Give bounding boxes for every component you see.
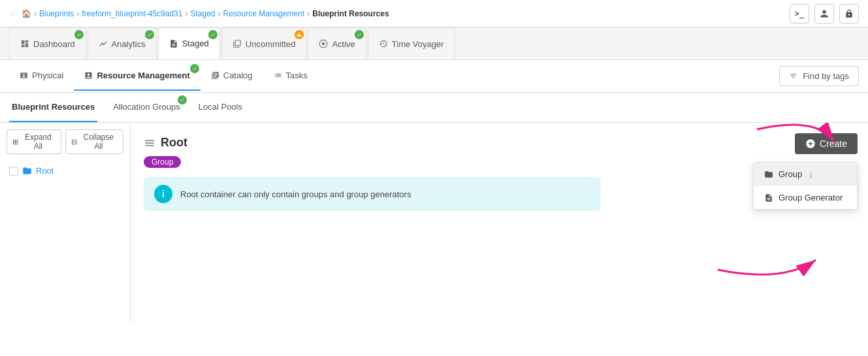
breadcrumb-blueprints[interactable]: Blueprints bbox=[39, 9, 74, 18]
main-panel: Root Group i Root container can only con… bbox=[131, 123, 868, 322]
create-button-label: Create bbox=[820, 138, 847, 149]
tab-badge-uncommitted bbox=[295, 30, 304, 39]
sub-nav-badge-resource bbox=[190, 64, 199, 73]
tab-allocation-groups[interactable]: Allocation Groups bbox=[110, 93, 183, 122]
content-area: ⊞ Expand All ⊟ Collapse All Root Root Gr… bbox=[0, 123, 868, 322]
create-group-generator-item[interactable]: Group Generator bbox=[754, 186, 857, 209]
info-icon: i bbox=[154, 185, 172, 203]
sub-nav-resource-management-label: Resource Management bbox=[97, 71, 189, 80]
main-tabs: Dashboard Analytics Staged Uncommitted A… bbox=[0, 27, 868, 60]
tab-blueprint-resources[interactable]: Blueprint Resources bbox=[9, 93, 97, 122]
tab-badge-dashboard bbox=[74, 30, 84, 39]
tabs-bar: Blueprint Resources Allocation Groups Lo… bbox=[0, 93, 868, 123]
tab-dashboard-label: Dashboard bbox=[33, 39, 75, 49]
breadcrumb-current: Blueprint Resources bbox=[312, 9, 389, 18]
tab-active-label: Active bbox=[332, 39, 355, 49]
info-message: Root container can only contain groups a… bbox=[180, 189, 411, 199]
terminal-button[interactable]: >_ bbox=[790, 4, 809, 24]
sub-nav-tasks[interactable]: Tasks bbox=[263, 61, 318, 91]
tab-badge-active bbox=[355, 30, 364, 39]
arrow-annotation-2 bbox=[705, 231, 868, 283]
create-button[interactable]: Create bbox=[795, 133, 858, 154]
sub-nav-physical[interactable]: Physical bbox=[9, 61, 74, 91]
home-icon[interactable]: 🏠 bbox=[22, 9, 31, 18]
tab-local-pools[interactable]: Local Pools bbox=[196, 93, 245, 122]
tab-uncommitted[interactable]: Uncommitted bbox=[221, 27, 307, 59]
top-bar: ☆ 🏠 › Blueprints › freeform_blueprint-45… bbox=[0, 0, 868, 27]
svg-point-1 bbox=[322, 42, 325, 46]
topbar-actions: >_ bbox=[790, 4, 859, 24]
sub-nav-resource-management[interactable]: Resource Management bbox=[74, 61, 200, 91]
breadcrumb-resource-mgmt[interactable]: Resource Management bbox=[223, 9, 305, 18]
find-tags-label: Find by tags bbox=[803, 71, 849, 81]
tab-staged-label: Staged bbox=[182, 39, 209, 48]
resource-title-text: Root bbox=[161, 136, 187, 150]
user-button[interactable] bbox=[814, 4, 834, 24]
sub-nav: Physical Resource Management Catalog Tas… bbox=[0, 60, 868, 93]
sidebar-root-item[interactable]: Root bbox=[7, 162, 123, 180]
sub-nav-catalog-label: Catalog bbox=[223, 71, 253, 80]
create-dropdown: Group | Group Generator bbox=[753, 162, 858, 210]
tab-analytics-label: Analytics bbox=[112, 39, 146, 49]
resource-header: Root bbox=[144, 136, 855, 150]
tab-badge-analytics bbox=[145, 30, 154, 39]
create-area: Create Group | Group Generator bbox=[795, 133, 858, 154]
lock-button[interactable] bbox=[839, 4, 859, 24]
tab-dashboard[interactable]: Dashboard bbox=[9, 27, 86, 59]
tab-analytics[interactable]: Analytics bbox=[88, 27, 157, 59]
sub-nav-tasks-label: Tasks bbox=[286, 71, 308, 80]
sub-nav-physical-label: Physical bbox=[32, 71, 63, 80]
sidebar: ⊞ Expand All ⊟ Collapse All Root bbox=[0, 123, 131, 322]
collapse-all-button[interactable]: ⊟ Collapse All bbox=[65, 129, 123, 154]
tab-active[interactable]: Active bbox=[308, 27, 366, 59]
tab-time-voyager-label: Time Voyager bbox=[392, 39, 444, 49]
tab-badge-staged bbox=[208, 30, 217, 39]
breadcrumb-blueprint-id[interactable]: freeform_blueprint-45c9ad31 bbox=[82, 9, 182, 18]
create-group-label: Group bbox=[779, 169, 802, 179]
group-badge: Group bbox=[144, 156, 181, 168]
tab-time-voyager[interactable]: Time Voyager bbox=[368, 27, 455, 59]
breadcrumb-staged[interactable]: Staged bbox=[190, 9, 215, 18]
resource-title: Root bbox=[144, 136, 187, 150]
tab-staged[interactable]: Staged bbox=[158, 27, 220, 59]
tab-uncommitted-label: Uncommitted bbox=[246, 39, 296, 49]
sidebar-checkbox[interactable] bbox=[9, 167, 18, 176]
expand-all-label: Expand All bbox=[21, 133, 56, 151]
collapse-all-label: Collapse All bbox=[80, 133, 118, 151]
info-box: i Root container can only contain groups… bbox=[144, 177, 601, 211]
expand-all-button[interactable]: ⊞ Expand All bbox=[7, 129, 61, 154]
tab-badge-allocation bbox=[178, 95, 187, 105]
star-icon[interactable]: ☆ bbox=[9, 9, 16, 18]
create-group-item[interactable]: Group | bbox=[754, 163, 857, 186]
sub-nav-catalog[interactable]: Catalog bbox=[201, 61, 263, 91]
breadcrumb-sep: › bbox=[34, 9, 37, 18]
sub-nav-right: Find by tags bbox=[779, 66, 859, 86]
find-by-tags-button[interactable]: Find by tags bbox=[779, 66, 859, 86]
sidebar-root-label: Root bbox=[36, 166, 54, 176]
sidebar-actions: ⊞ Expand All ⊟ Collapse All bbox=[7, 129, 123, 154]
create-group-generator-label: Group Generator bbox=[779, 193, 843, 202]
breadcrumb: ☆ 🏠 › Blueprints › freeform_blueprint-45… bbox=[9, 9, 389, 18]
